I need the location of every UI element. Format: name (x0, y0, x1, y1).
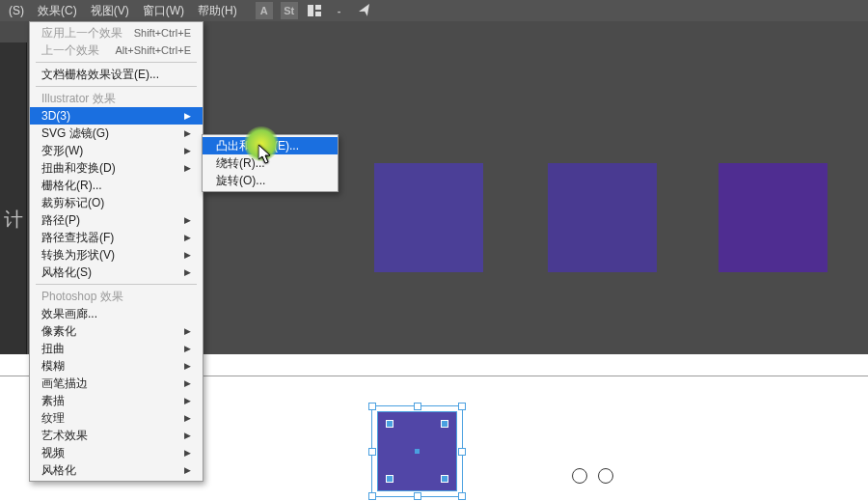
swatch-2[interactable] (548, 163, 657, 272)
effect-stylize-ai[interactable]: 风格化(S)▶ (30, 264, 203, 281)
effect-pixelate[interactable]: 像素化▶ (30, 322, 203, 340)
menu-help[interactable]: 帮助(H) (191, 0, 244, 21)
handle-mr[interactable] (458, 448, 466, 456)
center-point[interactable] (415, 449, 420, 454)
apply-last-effect: 应用上一个效果 Shift+Ctrl+E (30, 24, 203, 42)
effect-path[interactable]: 路径(P)▶ (30, 211, 203, 229)
menu-window[interactable]: 窗口(W) (136, 0, 191, 21)
effect-blur[interactable]: 模糊▶ (30, 357, 203, 375)
effect-menu: 应用上一个效果 Shift+Ctrl+E 上一个效果 Alt+Shift+Ctr… (29, 21, 203, 482)
handle-bm[interactable] (414, 492, 421, 500)
menubar: (S) 效果(C) 视图(V) 窗口(W) 帮助(H) A St - (0, 0, 868, 22)
effect-ps-stylize[interactable]: 风格化▶ (30, 461, 203, 479)
illustrator-header: Illustrator 效果 (30, 90, 203, 107)
effect-brush[interactable]: 画笔描边▶ (30, 375, 203, 392)
handle-ml[interactable] (368, 448, 376, 456)
submenu-3d: 凸出和斜角(E)... 绕转(R)... 旋转(O)... (202, 134, 339, 192)
effect-ps-distort[interactable]: 扭曲▶ (30, 340, 203, 357)
stock-icon[interactable]: St (281, 2, 298, 19)
effect-warp[interactable]: 变形(W)▶ (30, 142, 203, 159)
handle-tr[interactable] (458, 403, 466, 410)
effect-3d[interactable]: 3D(3)▶ (30, 107, 203, 125)
arrange-icon[interactable] (306, 2, 323, 19)
handle-br[interactable] (458, 492, 466, 500)
handle-tm[interactable] (414, 403, 421, 410)
effect-convert-shape[interactable]: 转换为形状(V)▶ (30, 246, 203, 264)
doc-glyph: 计 (4, 207, 23, 233)
effect-pathfinder[interactable]: 路径查找器(F)▶ (30, 229, 203, 246)
effect-svg-filters[interactable]: SVG 滤镜(G)▶ (30, 125, 203, 142)
effect-distort[interactable]: 扭曲和变换(D)▶ (30, 159, 203, 177)
plane-icon[interactable] (356, 2, 373, 19)
effect-video[interactable]: 视频▶ (30, 444, 203, 461)
svg-rect-2 (315, 12, 321, 16)
effect-texture[interactable]: 纹理▶ (30, 409, 203, 427)
photoshop-header: Photoshop 效果 (30, 288, 203, 305)
doc-raster-settings[interactable]: 文档栅格效果设置(E)... (30, 66, 203, 83)
effect-sketch[interactable]: 素描▶ (30, 392, 203, 409)
selected-shape[interactable] (371, 405, 463, 497)
circle-object-2[interactable] (598, 468, 613, 484)
last-effect: 上一个效果 Alt+Shift+Ctrl+E (30, 42, 203, 59)
svg-rect-1 (315, 5, 321, 10)
svg-rect-0 (308, 5, 313, 16)
effect-artistic[interactable]: 艺术效果▶ (30, 427, 203, 444)
menu-view[interactable]: 视图(V) (84, 0, 136, 21)
doc-tab-sidebar: 计 (0, 42, 27, 366)
swatch-1[interactable] (374, 163, 483, 272)
revolve[interactable]: 绕转(R)... (203, 154, 338, 172)
menu-effect[interactable]: 效果(C) (31, 0, 84, 21)
handle-bl[interactable] (368, 492, 376, 500)
handle-tl[interactable] (368, 403, 376, 410)
effect-gallery[interactable]: 效果画廊... (30, 305, 203, 322)
dash-icon: - (331, 2, 348, 19)
circle-object-1[interactable] (572, 468, 587, 484)
bounding-box (371, 405, 463, 497)
menu-s[interactable]: (S) (2, 0, 31, 21)
effect-cropmarks[interactable]: 裁剪标记(O) (30, 194, 203, 211)
font-a-icon[interactable]: A (256, 2, 273, 19)
rotate-3d[interactable]: 旋转(O)... (203, 172, 338, 189)
effect-rasterize[interactable]: 栅格化(R)... (30, 177, 203, 194)
swatch-3[interactable] (719, 163, 827, 272)
extrude-bevel[interactable]: 凸出和斜角(E)... (203, 137, 338, 154)
